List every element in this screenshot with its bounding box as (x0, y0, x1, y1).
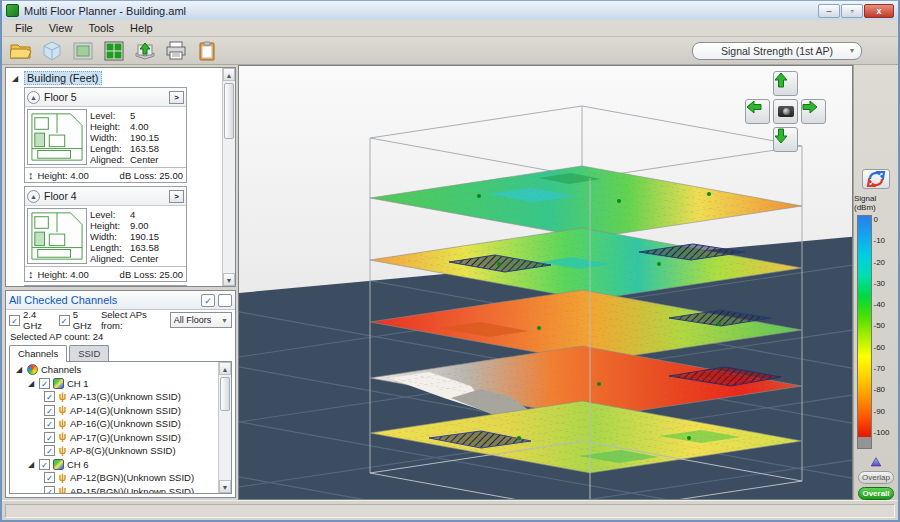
menu-file[interactable]: File (8, 21, 40, 35)
check-all-button[interactable]: ✓ (201, 294, 215, 307)
collapse-floor5-button[interactable]: ▲ (27, 91, 40, 104)
floor5-heatmap (370, 166, 802, 238)
checkbox[interactable]: ✓ (44, 486, 55, 493)
rotate-down-button[interactable] (773, 127, 798, 152)
selected-ap-count: Selected AP count: 24 (6, 330, 235, 344)
close-button[interactable]: x (864, 4, 894, 18)
overall-button[interactable]: Overall (858, 487, 894, 500)
maximize-button[interactable]: ▫ (841, 4, 863, 18)
tree-ap-row[interactable]: ✓ψAP-14(G)(Unknown SSID) (10, 404, 218, 418)
ap-icon: ψ (58, 392, 67, 402)
length-value: 163.58 (130, 242, 184, 253)
cube-view-button[interactable] (39, 39, 65, 63)
scrollbar-thumb[interactable] (224, 83, 234, 139)
floor4-goto-button[interactable]: > (169, 190, 184, 203)
tree-group-ch1[interactable]: ◢ ✓ CH 1 (10, 377, 218, 391)
tree-root-channels[interactable]: ◢ Channels (10, 363, 218, 377)
app-window: Multi Floor Planner - Building.aml – ▫ x… (0, 0, 900, 522)
band-5ghz-checkbox[interactable]: ✓ (59, 315, 70, 326)
overlap-button[interactable]: Overlap (858, 471, 894, 484)
floor5-goto-button[interactable]: > (169, 91, 184, 104)
menu-tools[interactable]: Tools (81, 21, 121, 35)
aligned-label: Aligned: (90, 154, 130, 165)
title-bar[interactable]: Multi Floor Planner - Building.aml – ▫ x (2, 1, 898, 20)
height-label: Height: (90, 220, 130, 231)
collapse-floor4-button[interactable]: ▲ (27, 190, 40, 203)
select-aps-dropdown[interactable]: All Floors ▼ (170, 312, 232, 328)
tab-ssid[interactable]: SSID (69, 345, 109, 362)
visualization-selector-value: Signal Strength (1st AP) (721, 45, 833, 57)
tree-ap-row[interactable]: ✓ψAP-15(BGN)(Unknown SSID) (10, 485, 218, 494)
export-report-button[interactable] (132, 39, 158, 63)
ap-icon: ψ (58, 419, 67, 429)
3d-viewport[interactable] (238, 65, 853, 500)
checkbox[interactable]: ✓ (44, 445, 55, 456)
checkbox[interactable]: ✓ (39, 378, 50, 389)
floor-4-card: ▲ Floor 4 > (24, 186, 187, 282)
print-button[interactable] (163, 39, 189, 63)
scrollbar-thumb[interactable] (220, 377, 230, 411)
menu-view[interactable]: View (42, 21, 80, 35)
checkbox[interactable]: ✓ (39, 459, 50, 470)
expand-arrow-icon[interactable]: ◢ (26, 379, 36, 388)
legend-sidebar: Signal (dBm) 0-10 -20-30 -40-50 -60-70 -… (853, 65, 898, 500)
tree-ap-row[interactable]: ✓ψAP-17(G)(Unknown SSID) (10, 431, 218, 445)
ap-icon: ψ (58, 473, 67, 483)
channels-panel: All Checked Channels ✓ ✓ 2.4 GHz ✓ 5 GHz… (5, 290, 236, 498)
visualization-selector[interactable]: Signal Strength (1st AP) ▾ (692, 42, 862, 60)
checkbox[interactable]: ✓ (44, 432, 55, 443)
checkbox[interactable]: ✓ (44, 472, 55, 483)
minimize-button[interactable]: – (818, 4, 840, 18)
scroll-up-icon[interactable]: ▲ (219, 362, 231, 375)
channels-header-label[interactable]: All Checked Channels (9, 294, 198, 306)
building-tree-label[interactable]: Building (Feet) (24, 71, 102, 85)
menu-help[interactable]: Help (123, 21, 160, 35)
expand-arrow-icon[interactable]: ◢ (10, 74, 20, 83)
checkbox[interactable]: ✓ (44, 405, 55, 416)
refresh-visualization-button[interactable] (862, 169, 890, 189)
cone-mode-icon[interactable] (867, 457, 885, 468)
width-label: Width: (90, 132, 130, 143)
tree-ap-row[interactable]: ✓ψAP-8(G)(Unknown SSID) (10, 444, 218, 458)
ap-list-scrollbar[interactable]: ▲ ▼ (218, 362, 231, 493)
scroll-down-icon[interactable]: ▼ (219, 480, 231, 493)
clipboard-button[interactable] (194, 39, 220, 63)
floor-height-field[interactable]: Height: 4.00 (38, 170, 89, 181)
tree-ap-row[interactable]: ✓ψAP-16(G)(Unknown SSID) (10, 417, 218, 431)
scroll-down-icon[interactable]: ▼ (223, 273, 235, 286)
floor-3-header[interactable]: ▲ Floor 3 > (24, 285, 187, 286)
band-5ghz-label: 5 GHz (73, 309, 98, 331)
db-loss-field[interactable]: dB Loss: 25.00 (120, 170, 183, 181)
floor-height-field[interactable]: Height: 4.00 (38, 269, 89, 280)
building-panel-scrollbar[interactable]: ▲ ▼ (222, 68, 235, 286)
uncheck-all-button[interactable] (218, 294, 232, 307)
expand-arrow-icon[interactable]: ◢ (26, 460, 36, 469)
width-label: Width: (90, 231, 130, 242)
floor5-thumbnail[interactable] (27, 109, 87, 165)
channel-icon (53, 378, 64, 389)
db-loss-field[interactable]: dB Loss: 25.00 (120, 269, 183, 280)
channels-root-icon (27, 364, 38, 375)
floor4-thumbnail[interactable] (27, 208, 87, 264)
band-24ghz-label: 2.4 GHz (23, 309, 56, 331)
rotate-up-button[interactable] (773, 71, 798, 96)
rotate-left-button[interactable] (745, 99, 770, 124)
expand-arrow-icon[interactable]: ◢ (14, 365, 24, 374)
image-view-button[interactable] (70, 39, 96, 63)
scroll-up-icon[interactable]: ▲ (223, 68, 235, 81)
rotate-right-button[interactable] (801, 99, 826, 124)
camera-snapshot-button[interactable] (773, 99, 798, 124)
status-message-area (5, 504, 895, 518)
tree-ap-row[interactable]: ✓ψAP-13(G)(Unknown SSID) (10, 390, 218, 404)
multi-floor-grid-button[interactable] (101, 39, 127, 63)
open-folder-button[interactable] (8, 39, 34, 63)
checkbox[interactable]: ✓ (44, 391, 55, 402)
checkbox[interactable]: ✓ (44, 418, 55, 429)
floor5-name: Floor 5 (44, 91, 165, 103)
left-sidebar: ◢ Building (Feet) ▲ Floor 5 > (2, 65, 238, 500)
width-value: 190.15 (130, 132, 184, 143)
band-24ghz-checkbox[interactable]: ✓ (9, 315, 20, 326)
tree-group-ch6[interactable]: ◢ ✓ CH 6 (10, 458, 218, 472)
tree-ap-row[interactable]: ✓ψAP-12(BGN)(Unknown SSID) (10, 471, 218, 485)
tab-channels[interactable]: Channels (9, 345, 67, 362)
